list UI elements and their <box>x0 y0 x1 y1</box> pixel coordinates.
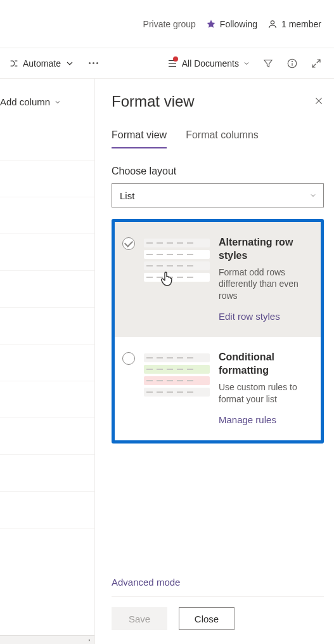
tab-format-columns[interactable]: Format columns <box>186 129 259 148</box>
chevron-down-icon <box>309 192 317 199</box>
alternating-rows-thumbnail <box>144 239 210 322</box>
option-title: Conditional formatting <box>219 351 312 378</box>
svg-point-6 <box>292 61 293 62</box>
option-title: Alternating row styles <box>219 236 312 263</box>
radio-alternating-rows[interactable] <box>122 237 135 250</box>
choose-layout-label: Choose layout <box>112 166 324 177</box>
group-privacy: Private group <box>143 19 196 29</box>
svg-point-0 <box>271 20 274 23</box>
panel-tabs: Format view Format columns <box>112 129 324 149</box>
panel-title: Format view <box>112 93 195 110</box>
view-selector[interactable]: All Documents <box>167 58 250 69</box>
members[interactable]: 1 member <box>267 19 321 29</box>
save-button: Save <box>112 607 167 630</box>
command-bar: Automate All Documents <box>0 48 334 78</box>
person-icon <box>267 19 278 29</box>
members-label: 1 member <box>281 19 321 29</box>
close-panel-button[interactable] <box>314 96 324 108</box>
horizontal-scrollbar[interactable] <box>0 635 94 644</box>
filter-button[interactable] <box>262 57 274 70</box>
close-icon <box>314 96 324 106</box>
hand-cursor-icon <box>159 270 174 288</box>
follow-toggle[interactable]: Following <box>206 19 257 29</box>
automate-button[interactable]: Automate <box>5 56 79 71</box>
option-desc: Use custom rules to format your list <box>219 381 312 405</box>
chevron-down-icon <box>54 98 61 106</box>
star-filled-icon <box>206 19 216 29</box>
expand-icon <box>311 58 322 69</box>
list-rows <box>0 124 94 529</box>
unsaved-indicator-icon <box>173 56 178 62</box>
chevron-down-icon <box>243 60 250 67</box>
chevron-down-icon <box>65 58 75 69</box>
format-options-highlight: Alternating row styles Format odd rows d… <box>112 219 324 444</box>
close-button[interactable]: Close <box>179 607 234 630</box>
follow-label: Following <box>220 19 257 29</box>
edit-row-styles-link[interactable]: Edit row styles <box>219 311 312 322</box>
flow-icon <box>9 58 19 69</box>
site-header: Private group Following 1 member <box>0 0 334 48</box>
add-column-label: Add column <box>0 96 50 107</box>
format-view-panel: Format view Format view Format columns C… <box>95 79 334 644</box>
chevron-right-icon <box>87 638 92 643</box>
panel-footer: Save Close <box>112 596 324 644</box>
overflow-button[interactable] <box>84 62 103 64</box>
automate-label: Automate <box>23 58 61 69</box>
tab-format-view[interactable]: Format view <box>112 129 167 148</box>
layout-select[interactable]: List <box>112 183 324 207</box>
info-button[interactable] <box>286 57 299 70</box>
option-desc: Format odd rows differently than even ro… <box>219 266 312 303</box>
add-column-button[interactable]: Add column <box>0 79 94 107</box>
filter-icon <box>262 58 274 69</box>
advanced-mode-link[interactable]: Advanced mode <box>112 569 324 596</box>
info-icon <box>286 58 298 69</box>
radio-conditional-formatting[interactable] <box>122 352 135 365</box>
option-alternating-rows[interactable]: Alternating row styles Format odd rows d… <box>115 222 321 337</box>
view-label: All Documents <box>182 58 239 69</box>
manage-rules-link[interactable]: Manage rules <box>219 414 312 425</box>
layout-select-value: List <box>120 190 134 201</box>
list-pane: Add column <box>0 79 95 644</box>
conditional-formatting-thumbnail <box>144 353 210 424</box>
option-conditional-formatting[interactable]: Conditional formatting Use custom rules … <box>115 337 321 440</box>
expand-button[interactable] <box>310 57 323 70</box>
